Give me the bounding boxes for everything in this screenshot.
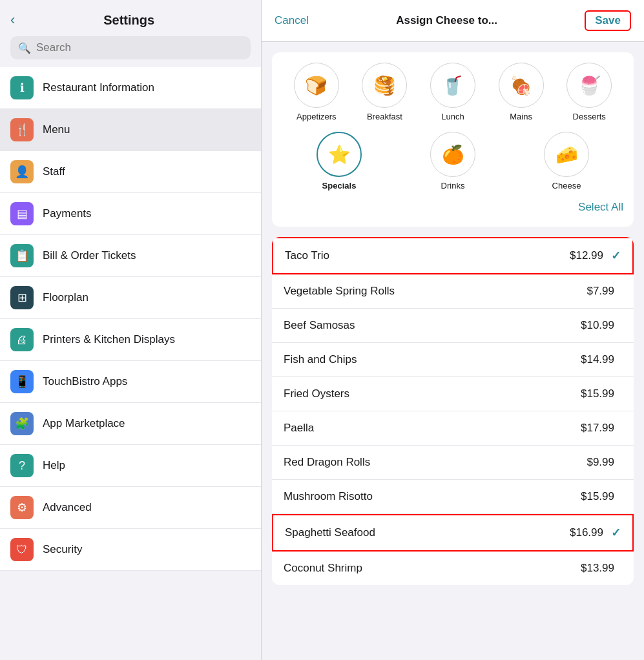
staff-icon: 👤 [10,160,34,183]
sidebar-item-payments[interactable]: ▤Payments [0,193,261,235]
category-cheese[interactable]: 🧀Cheese [544,132,589,191]
sidebar-item-advanced[interactable]: ⚙Advanced [0,487,261,529]
sidebar-item-label-menu: Menu [43,123,70,136]
app-marketplace-icon: 🧩 [10,412,34,435]
restaurant-information-icon: ℹ [10,76,34,99]
menu-icon: 🍴 [10,118,34,141]
sidebar-header: ‹ Settings [0,0,261,36]
category-label-lunch: Lunch [441,112,464,121]
category-label-cheese: Cheese [552,181,581,191]
cancel-button[interactable]: Cancel [275,14,309,27]
category-label-specials: Specials [322,181,357,191]
menu-item-spaghetti-seafood[interactable]: Spaghetti Seafood$16.99✓ [272,514,634,552]
category-circle-desserts: 🍧 [566,63,612,108]
sidebar-item-staff[interactable]: 👤Staff [0,151,261,193]
help-icon: ? [10,454,34,477]
menu-item-price-mushroom-risotto: $15.99 [581,490,614,503]
sidebar-item-restaurant-information[interactable]: ℹRestaurant Information [0,67,261,109]
menu-item-check-taco-trio: ✓ [611,249,621,263]
category-label-drinks: Drinks [441,181,465,191]
menu-item-name-fried-oysters: Fried Oysters [284,387,581,400]
search-icon: 🔍 [18,42,31,54]
sidebar-item-floorplan[interactable]: ⊞Floorplan [0,277,261,319]
touchbistro-apps-icon: 📱 [10,370,34,393]
sidebar-item-label-help: Help [43,459,65,472]
category-circle-drinks: 🍊 [430,132,475,177]
category-circle-appetizers: 🍞 [294,63,339,108]
category-drinks[interactable]: 🍊Drinks [430,132,475,191]
categories-row-2: ⭐Specials🍊Drinks🧀Cheese [282,132,623,191]
menu-item-name-fish-and-chips: Fish and Chips [284,353,581,366]
menu-item-price-coconut-shrimp: $13.99 [581,562,614,575]
sidebar-item-printers-kitchen-displays[interactable]: 🖨Printers & Kitchen Displays [0,319,261,361]
security-icon: 🛡 [10,538,34,561]
printers-kitchen-displays-icon: 🖨 [10,328,34,351]
menu-item-taco-trio[interactable]: Taco Trio$12.99✓ [272,237,634,274]
menu-list: Taco Trio$12.99✓Vegetable Spring Rolls$7… [272,237,634,585]
menu-item-name-red-dragon-rolls: Red Dragon Rolls [284,456,587,469]
panel-header: Cancel Assign Cheese to... Save [262,0,644,42]
category-circle-breakfast: 🥞 [362,63,407,108]
sidebar-item-label-printers-kitchen-displays: Printers & Kitchen Displays [43,333,175,346]
panel-title: Assign Cheese to... [396,14,497,27]
category-circle-mains: 🍖 [499,63,544,108]
sidebar-item-bill-order-tickets[interactable]: 📋Bill & Order Tickets [0,235,261,277]
menu-item-price-fish-and-chips: $14.99 [581,353,614,366]
category-circle-cheese: 🧀 [544,132,589,177]
payments-icon: ▤ [10,202,34,225]
sidebar-item-label-advanced: Advanced [43,501,92,514]
menu-item-name-taco-trio: Taco Trio [285,249,570,262]
main-panel: Cancel Assign Cheese to... Save 🍞Appetiz… [262,0,644,660]
menu-item-paella[interactable]: Paella$17.99 [272,411,634,446]
menu-item-name-mushroom-risotto: Mushroom Risotto [284,490,581,503]
sidebar-item-touchbistro-apps[interactable]: 📱TouchBistro Apps [0,361,261,403]
menu-item-name-coconut-shrimp: Coconut Shrimp [284,562,581,575]
sidebar-item-app-marketplace[interactable]: 🧩App Marketplace [0,403,261,445]
sidebar-item-label-floorplan: Floorplan [43,291,88,304]
advanced-icon: ⚙ [10,496,34,519]
menu-item-name-paella: Paella [284,422,581,435]
sidebar-item-help[interactable]: ?Help [0,445,261,487]
sidebar-item-label-bill-order-tickets: Bill & Order Tickets [43,249,136,262]
category-desserts[interactable]: 🍧Desserts [566,63,612,121]
sidebar-title: Settings [23,13,235,28]
menu-item-mushroom-risotto[interactable]: Mushroom Risotto$15.99 [272,480,634,514]
menu-item-fish-and-chips[interactable]: Fish and Chips$14.99 [272,343,634,377]
category-label-breakfast: Breakfast [367,112,402,121]
category-mains[interactable]: 🍖Mains [499,63,544,121]
sidebar-item-label-app-marketplace: App Marketplace [43,417,125,430]
menu-item-price-red-dragon-rolls: $9.99 [587,456,614,469]
search-bar: 🔍 [10,36,251,59]
menu-item-price-spaghetti-seafood: $16.99 [570,526,603,539]
bill-order-tickets-icon: 📋 [10,244,34,267]
menu-item-coconut-shrimp[interactable]: Coconut Shrimp$13.99 [272,552,634,585]
search-input[interactable] [36,41,243,54]
save-button[interactable]: Save [585,10,631,31]
category-circle-specials: ⭐ [317,132,362,177]
sidebar-item-label-touchbistro-apps: TouchBistro Apps [43,375,127,388]
categories-row-1: 🍞Appetizers🥞Breakfast🥤Lunch🍖Mains🍧Desser… [282,63,623,121]
menu-item-beef-samosas[interactable]: Beef Samosas$10.99 [272,309,634,343]
category-breakfast[interactable]: 🥞Breakfast [362,63,407,121]
back-button[interactable]: ‹ [10,12,15,28]
menu-item-vegetable-spring-rolls[interactable]: Vegetable Spring Rolls$7.99 [272,274,634,309]
category-specials[interactable]: ⭐Specials [317,132,362,191]
sidebar-item-label-restaurant-information: Restaurant Information [43,81,154,94]
menu-item-name-vegetable-spring-rolls: Vegetable Spring Rolls [284,285,587,298]
sidebar-item-security[interactable]: 🛡Security [0,529,261,571]
sidebar-item-menu[interactable]: 🍴Menu [0,109,261,151]
menu-item-check-spaghetti-seafood: ✓ [611,526,621,540]
category-label-desserts: Desserts [573,112,606,121]
category-lunch[interactable]: 🥤Lunch [430,63,475,121]
category-label-appetizers: Appetizers [296,112,336,121]
menu-item-red-dragon-rolls[interactable]: Red Dragon Rolls$9.99 [272,446,634,480]
categories-container: 🍞Appetizers🥞Breakfast🥤Lunch🍖Mains🍧Desser… [272,52,634,227]
select-all-button[interactable]: Select All [282,201,623,214]
menu-item-price-taco-trio: $12.99 [570,249,603,262]
menu-item-fried-oysters[interactable]: Fried Oysters$15.99 [272,377,634,411]
menu-item-name-spaghetti-seafood: Spaghetti Seafood [285,526,570,539]
sidebar: ‹ Settings 🔍 ℹRestaurant Information🍴Men… [0,0,262,660]
category-appetizers[interactable]: 🍞Appetizers [294,63,339,121]
sidebar-item-label-payments: Payments [43,207,92,220]
panel-content: 🍞Appetizers🥞Breakfast🥤Lunch🍖Mains🍧Desser… [262,42,644,660]
